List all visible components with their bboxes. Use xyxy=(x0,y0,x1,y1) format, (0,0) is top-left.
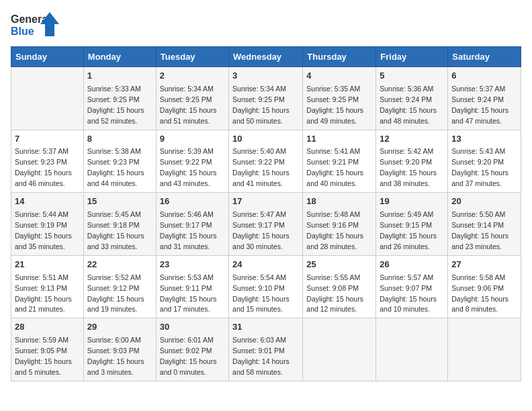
day-number: 11 xyxy=(306,133,372,146)
calendar-cell: 19Sunrise: 5:49 AM Sunset: 9:15 PM Dayli… xyxy=(376,193,448,256)
day-number: 18 xyxy=(306,195,372,208)
day-number: 13 xyxy=(451,133,517,146)
calendar-cell: 23Sunrise: 5:53 AM Sunset: 9:11 PM Dayli… xyxy=(156,255,228,318)
calendar-cell: 26Sunrise: 5:57 AM Sunset: 9:07 PM Dayli… xyxy=(376,255,448,318)
day-number: 20 xyxy=(451,195,517,208)
calendar-cell: 29Sunrise: 6:00 AM Sunset: 9:03 PM Dayli… xyxy=(83,318,156,381)
day-number: 1 xyxy=(87,70,152,83)
day-info: Sunrise: 5:43 AM Sunset: 9:20 PM Dayligh… xyxy=(451,147,508,187)
day-number: 3 xyxy=(232,70,299,83)
calendar-table: SundayMondayTuesdayWednesdayThursdayFrid… xyxy=(11,46,521,381)
calendar-cell: 12Sunrise: 5:42 AM Sunset: 9:20 PM Dayli… xyxy=(376,130,448,193)
day-info: Sunrise: 5:44 AM Sunset: 9:19 PM Dayligh… xyxy=(15,210,72,250)
calendar-cell: 13Sunrise: 5:43 AM Sunset: 9:20 PM Dayli… xyxy=(448,130,521,193)
calendar-cell: 27Sunrise: 5:58 AM Sunset: 9:06 PM Dayli… xyxy=(448,255,521,318)
day-info: Sunrise: 5:39 AM Sunset: 9:22 PM Dayligh… xyxy=(160,147,217,187)
day-number: 15 xyxy=(87,195,152,208)
day-info: Sunrise: 5:38 AM Sunset: 9:23 PM Dayligh… xyxy=(87,147,144,187)
day-info: Sunrise: 6:00 AM Sunset: 9:03 PM Dayligh… xyxy=(87,336,144,376)
day-number: 22 xyxy=(87,259,152,271)
calendar-cell: 15Sunrise: 5:45 AM Sunset: 9:18 PM Dayli… xyxy=(83,193,156,256)
header-day-monday: Monday xyxy=(83,47,156,67)
calendar-header-row: SundayMondayTuesdayWednesdayThursdayFrid… xyxy=(11,47,521,67)
day-info: Sunrise: 5:41 AM Sunset: 9:21 PM Dayligh… xyxy=(306,147,363,187)
day-number: 17 xyxy=(232,195,299,208)
calendar-cell: 16Sunrise: 5:46 AM Sunset: 9:17 PM Dayli… xyxy=(156,193,228,256)
header-day-thursday: Thursday xyxy=(303,47,376,67)
day-number: 5 xyxy=(380,70,444,83)
day-info: Sunrise: 5:53 AM Sunset: 9:11 PM Dayligh… xyxy=(160,273,217,314)
day-number: 16 xyxy=(160,195,225,208)
calendar-cell: 25Sunrise: 5:55 AM Sunset: 9:08 PM Dayli… xyxy=(303,255,376,318)
day-number: 14 xyxy=(15,195,80,208)
logo-svg: GeneralBlue xyxy=(11,11,64,41)
calendar-cell: 7Sunrise: 5:37 AM Sunset: 9:23 PM Daylig… xyxy=(11,130,84,193)
day-number: 7 xyxy=(15,133,80,146)
calendar-cell: 3Sunrise: 5:34 AM Sunset: 9:25 PM Daylig… xyxy=(229,67,303,130)
day-number: 29 xyxy=(87,321,152,334)
header: GeneralBlue xyxy=(11,11,521,41)
day-number: 4 xyxy=(306,70,372,83)
day-number: 30 xyxy=(160,321,225,334)
day-info: Sunrise: 5:34 AM Sunset: 9:25 PM Dayligh… xyxy=(232,85,290,125)
week-row-3: 14Sunrise: 5:44 AM Sunset: 9:19 PM Dayli… xyxy=(11,193,521,256)
day-number: 2 xyxy=(160,70,225,83)
calendar-cell: 8Sunrise: 5:38 AM Sunset: 9:23 PM Daylig… xyxy=(83,130,156,193)
week-row-5: 28Sunrise: 5:59 AM Sunset: 9:05 PM Dayli… xyxy=(11,318,521,381)
header-day-saturday: Saturday xyxy=(448,47,521,67)
calendar-cell xyxy=(11,67,84,130)
day-number: 9 xyxy=(160,133,225,146)
day-info: Sunrise: 5:52 AM Sunset: 9:12 PM Dayligh… xyxy=(87,273,144,314)
day-info: Sunrise: 5:51 AM Sunset: 9:13 PM Dayligh… xyxy=(15,273,72,314)
calendar-cell: 28Sunrise: 5:59 AM Sunset: 9:05 PM Dayli… xyxy=(11,318,84,381)
day-info: Sunrise: 5:54 AM Sunset: 9:10 PM Dayligh… xyxy=(232,273,290,314)
calendar-cell: 1Sunrise: 5:33 AM Sunset: 9:25 PM Daylig… xyxy=(83,67,156,130)
header-day-wednesday: Wednesday xyxy=(229,47,303,67)
day-info: Sunrise: 5:50 AM Sunset: 9:14 PM Dayligh… xyxy=(451,210,508,250)
day-info: Sunrise: 5:33 AM Sunset: 9:25 PM Dayligh… xyxy=(87,85,144,125)
day-info: Sunrise: 6:03 AM Sunset: 9:01 PM Dayligh… xyxy=(232,336,290,376)
calendar-cell: 2Sunrise: 5:34 AM Sunset: 9:25 PM Daylig… xyxy=(156,67,228,130)
day-number: 27 xyxy=(451,259,517,271)
header-day-sunday: Sunday xyxy=(11,47,84,67)
day-number: 28 xyxy=(15,321,80,334)
day-info: Sunrise: 5:48 AM Sunset: 9:16 PM Dayligh… xyxy=(306,210,363,250)
day-info: Sunrise: 5:37 AM Sunset: 9:23 PM Dayligh… xyxy=(15,147,72,187)
day-info: Sunrise: 5:46 AM Sunset: 9:17 PM Dayligh… xyxy=(160,210,217,250)
day-info: Sunrise: 5:36 AM Sunset: 9:24 PM Dayligh… xyxy=(380,85,437,125)
week-row-2: 7Sunrise: 5:37 AM Sunset: 9:23 PM Daylig… xyxy=(11,130,521,193)
header-day-tuesday: Tuesday xyxy=(156,47,228,67)
day-info: Sunrise: 5:42 AM Sunset: 9:20 PM Dayligh… xyxy=(380,147,437,187)
calendar-cell: 18Sunrise: 5:48 AM Sunset: 9:16 PM Dayli… xyxy=(303,193,376,256)
day-number: 8 xyxy=(87,133,152,146)
day-info: Sunrise: 5:45 AM Sunset: 9:18 PM Dayligh… xyxy=(87,210,144,250)
calendar-cell: 31Sunrise: 6:03 AM Sunset: 9:01 PM Dayli… xyxy=(229,318,303,381)
day-info: Sunrise: 5:37 AM Sunset: 9:24 PM Dayligh… xyxy=(451,85,508,125)
calendar-cell: 4Sunrise: 5:35 AM Sunset: 9:25 PM Daylig… xyxy=(303,67,376,130)
day-info: Sunrise: 5:59 AM Sunset: 9:05 PM Dayligh… xyxy=(15,336,72,376)
calendar-cell xyxy=(448,318,521,381)
day-number: 6 xyxy=(451,70,517,83)
day-number: 26 xyxy=(380,259,444,271)
calendar-cell: 14Sunrise: 5:44 AM Sunset: 9:19 PM Dayli… xyxy=(11,193,84,256)
calendar-cell: 22Sunrise: 5:52 AM Sunset: 9:12 PM Dayli… xyxy=(83,255,156,318)
svg-text:Blue: Blue xyxy=(11,26,34,37)
day-number: 21 xyxy=(15,259,80,271)
calendar-cell: 24Sunrise: 5:54 AM Sunset: 9:10 PM Dayli… xyxy=(229,255,303,318)
calendar-cell: 17Sunrise: 5:47 AM Sunset: 9:17 PM Dayli… xyxy=(229,193,303,256)
day-info: Sunrise: 5:34 AM Sunset: 9:25 PM Dayligh… xyxy=(160,85,217,125)
day-info: Sunrise: 5:58 AM Sunset: 9:06 PM Dayligh… xyxy=(451,273,508,314)
week-row-1: 1Sunrise: 5:33 AM Sunset: 9:25 PM Daylig… xyxy=(11,67,521,130)
day-number: 10 xyxy=(232,133,299,146)
day-info: Sunrise: 5:57 AM Sunset: 9:07 PM Dayligh… xyxy=(380,273,437,314)
day-info: Sunrise: 5:49 AM Sunset: 9:15 PM Dayligh… xyxy=(380,210,437,250)
calendar-cell: 6Sunrise: 5:37 AM Sunset: 9:24 PM Daylig… xyxy=(448,67,521,130)
day-info: Sunrise: 6:01 AM Sunset: 9:02 PM Dayligh… xyxy=(160,336,217,376)
calendar-cell: 5Sunrise: 5:36 AM Sunset: 9:24 PM Daylig… xyxy=(376,67,448,130)
day-info: Sunrise: 5:47 AM Sunset: 9:17 PM Dayligh… xyxy=(232,210,290,250)
calendar-cell xyxy=(376,318,448,381)
calendar-cell: 21Sunrise: 5:51 AM Sunset: 9:13 PM Dayli… xyxy=(11,255,84,318)
calendar-cell: 9Sunrise: 5:39 AM Sunset: 9:22 PM Daylig… xyxy=(156,130,228,193)
week-row-4: 21Sunrise: 5:51 AM Sunset: 9:13 PM Dayli… xyxy=(11,255,521,318)
day-info: Sunrise: 5:55 AM Sunset: 9:08 PM Dayligh… xyxy=(306,273,363,314)
